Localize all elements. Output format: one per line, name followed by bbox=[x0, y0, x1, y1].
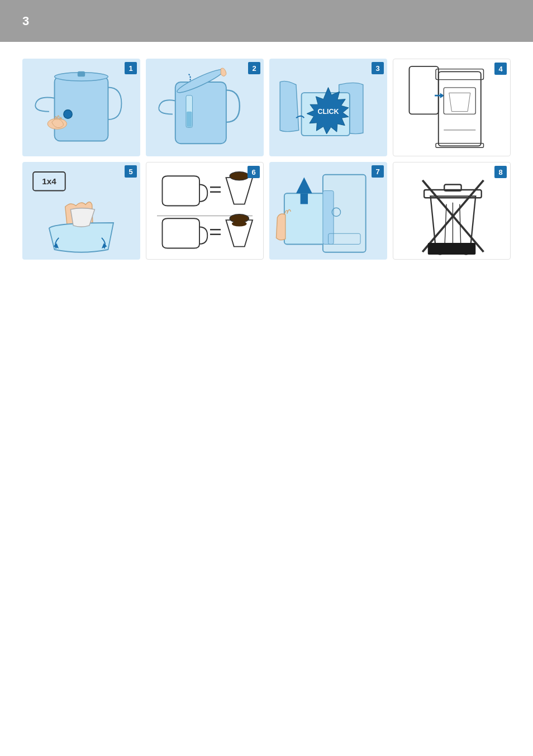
step-number-8: 8 bbox=[494, 166, 507, 178]
step-panel-3: 3 CLICK bbox=[269, 59, 387, 156]
step-panel-7: 7 bbox=[269, 162, 387, 260]
top-bar: 3 bbox=[0, 0, 533, 42]
step-panel-2: 2 bbox=[146, 59, 264, 156]
svg-rect-4 bbox=[78, 71, 85, 77]
steps-grid: 1 bbox=[22, 59, 511, 260]
step8-icon bbox=[393, 162, 510, 259]
step-illustration-2 bbox=[146, 59, 264, 156]
svg-rect-18 bbox=[444, 88, 475, 114]
svg-text:1x4: 1x4 bbox=[42, 176, 56, 186]
svg-rect-36 bbox=[301, 193, 308, 204]
svg-rect-49 bbox=[428, 243, 476, 255]
svg-rect-16 bbox=[410, 66, 439, 114]
step6-icon bbox=[146, 162, 263, 259]
step-illustration-6 bbox=[146, 162, 263, 259]
svg-rect-19 bbox=[436, 143, 484, 148]
step-panel-1: 1 bbox=[22, 59, 140, 156]
step-panel-4: 4 bbox=[393, 59, 511, 156]
step-panel-6: 6 bbox=[146, 162, 264, 260]
svg-rect-14 bbox=[439, 71, 481, 146]
step7-icon bbox=[269, 162, 387, 260]
step-number-1: 1 bbox=[125, 62, 137, 74]
svg-point-1 bbox=[64, 110, 72, 118]
step5-icon: 1x4 bbox=[22, 162, 140, 260]
step1-icon bbox=[22, 59, 140, 156]
svg-point-32 bbox=[232, 221, 247, 227]
step4-icon bbox=[393, 59, 510, 156]
step-panel-5: 5 1x4 bbox=[22, 162, 140, 260]
step-number-6: 6 bbox=[248, 166, 260, 178]
step-illustration-4 bbox=[393, 59, 510, 156]
step-illustration-1 bbox=[22, 59, 140, 156]
step-number-3: 3 bbox=[372, 62, 384, 74]
svg-rect-15 bbox=[436, 69, 484, 80]
step-illustration-8 bbox=[393, 162, 510, 259]
step3-icon: CLICK bbox=[269, 59, 387, 156]
svg-text:CLICK: CLICK bbox=[317, 108, 339, 116]
step-illustration-5: 1x4 bbox=[22, 162, 140, 260]
step-number-5: 5 bbox=[125, 165, 137, 178]
svg-point-27 bbox=[230, 172, 249, 180]
svg-rect-8 bbox=[187, 112, 192, 127]
step-illustration-3: CLICK bbox=[269, 59, 387, 156]
step-panel-8: 8 bbox=[393, 162, 511, 260]
svg-rect-0 bbox=[55, 76, 108, 141]
step-number-2: 2 bbox=[248, 62, 260, 74]
step2-icon bbox=[146, 59, 264, 156]
step-illustration-7 bbox=[269, 162, 387, 260]
step-number-4: 4 bbox=[494, 63, 507, 75]
page-number: 3 bbox=[22, 14, 29, 28]
step-number-7: 7 bbox=[372, 165, 384, 178]
svg-marker-35 bbox=[296, 178, 312, 194]
main-content: 1 bbox=[0, 42, 533, 276]
